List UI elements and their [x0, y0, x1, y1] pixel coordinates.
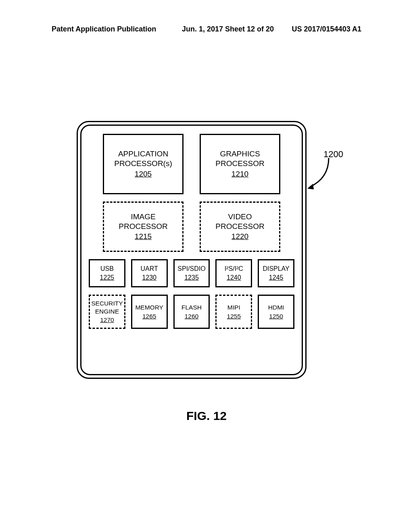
- block-ref: 1205: [135, 169, 152, 179]
- block-title: USB: [100, 265, 114, 273]
- block-title-line2: PROCESSOR: [215, 159, 264, 168]
- block-title-line2: PROCESSOR(s): [114, 159, 172, 168]
- block-i2s-i2c: I²S/I²C 1240: [215, 259, 252, 287]
- block-title: FLASH: [181, 303, 202, 311]
- block-title: I²S/I²C: [225, 265, 243, 273]
- block-ref: 1225: [100, 274, 115, 282]
- block-flash: FLASH 1260: [173, 295, 210, 329]
- block-ref: 1255: [227, 312, 241, 320]
- svg-marker-0: [307, 184, 314, 189]
- row-io-top: USB 1225 UART 1230 SPI/SDIO 1235 I²S/I²C…: [89, 259, 294, 287]
- page-header: Patent Application Publication Jun. 1, 2…: [0, 25, 413, 33]
- block-title-line2: ENGINE: [95, 308, 119, 315]
- block-title-line1: GRAPHICS: [220, 149, 260, 159]
- header-right: US 2017/0154403 A1: [292, 25, 361, 33]
- chip-inner-border: APPLICATION PROCESSOR(s) 1205 GRAPHICS P…: [80, 125, 303, 375]
- block-security-engine: SECURITY ENGINE 1270: [89, 295, 125, 329]
- block-spi-sdio: SPI/SDIO 1235: [173, 259, 210, 287]
- block-ref: 1215: [135, 232, 152, 241]
- block-title-line1: APPLICATION: [118, 149, 168, 159]
- block-title-line1: VIDEO: [228, 212, 252, 222]
- block-usb: USB 1225: [89, 259, 125, 287]
- block-ref: 1210: [232, 169, 248, 179]
- block-video-processor: VIDEO PROCESSOR 1220: [200, 202, 280, 252]
- block-image-processor: IMAGE PROCESSOR 1215: [103, 202, 184, 252]
- figure-12-diagram: APPLICATION PROCESSOR(s) 1205 GRAPHICS P…: [77, 121, 307, 379]
- block-application-processor: APPLICATION PROCESSOR(s) 1205: [103, 134, 184, 194]
- block-ref: 1250: [269, 312, 283, 320]
- block-uart: UART 1230: [131, 259, 168, 287]
- block-title: UART: [141, 265, 158, 273]
- row-processors: APPLICATION PROCESSOR(s) 1205 GRAPHICS P…: [89, 134, 294, 194]
- block-title: DISPLAY: [263, 265, 289, 273]
- header-left: Patent Application Publication: [52, 25, 156, 33]
- block-title: SPI/SDIO: [177, 265, 205, 273]
- block-mipi: MIPI 1255: [215, 295, 252, 329]
- block-title-line1: IMAGE: [131, 212, 155, 222]
- block-ref: 1220: [232, 232, 248, 241]
- block-title-line2: PROCESSOR: [215, 222, 264, 231]
- block-ref: 1235: [184, 274, 199, 282]
- block-title: MIPI: [227, 303, 240, 311]
- chip-reference-label: 1200: [323, 149, 343, 160]
- block-ref: 1265: [142, 312, 156, 320]
- block-ref: 1230: [142, 274, 156, 282]
- block-title: HDMI: [268, 303, 284, 311]
- block-ref: 1245: [269, 274, 284, 282]
- block-title-line2: PROCESSOR: [119, 222, 167, 231]
- header-mid: Jun. 1, 2017 Sheet 12 of 20: [164, 25, 291, 33]
- figure-caption: FIG. 12: [0, 409, 413, 423]
- block-ref: 1270: [100, 316, 114, 324]
- block-display: DISPLAY 1245: [258, 259, 294, 287]
- block-ref: 1240: [227, 274, 241, 282]
- block-title: MEMORY: [135, 303, 163, 311]
- leader-arrow-icon: [307, 158, 331, 190]
- block-hdmi: HDMI 1250: [258, 295, 294, 329]
- block-title-line1: SECURITY: [91, 299, 123, 307]
- block-memory: MEMORY 1265: [131, 295, 168, 329]
- row-io-bottom: SECURITY ENGINE 1270 MEMORY 1265 FLASH 1…: [89, 295, 294, 329]
- block-graphics-processor: GRAPHICS PROCESSOR 1210: [200, 134, 280, 194]
- block-ref: 1260: [185, 312, 198, 320]
- row-media-processors: IMAGE PROCESSOR 1215 VIDEO PROCESSOR 122…: [89, 202, 294, 252]
